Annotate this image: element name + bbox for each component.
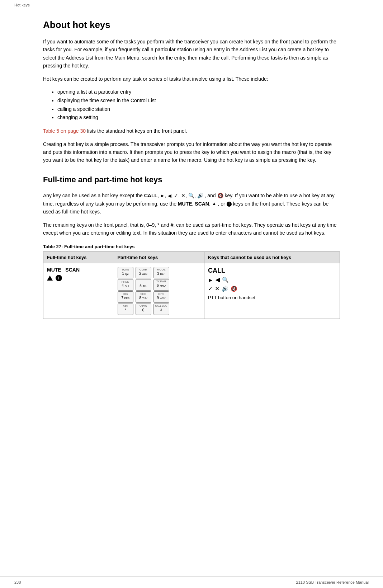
- table-row-1: MUTE SCAN i TUNE 1 QZ: [43, 263, 340, 319]
- bullet-2: displaying the time screen in the Contro…: [57, 97, 340, 105]
- bullet-1: opening a list at a particular entry: [57, 88, 340, 97]
- section2-para2: The remaining keys on the front panel, t…: [43, 221, 340, 237]
- key-calllog-hash: CALL LOG #: [153, 304, 169, 315]
- section2-title: Full-time and part-time hot keys: [43, 175, 340, 184]
- arrow-right-icon: ►: [208, 277, 213, 283]
- page-footer: 238 2110 SSB Transceiver Reference Manua…: [0, 576, 383, 588]
- speaker-with-waves-icon: 🔊: [222, 286, 228, 292]
- key-5: 5 JKL: [136, 279, 151, 291]
- call-bold: CALL: [144, 193, 157, 198]
- page-header: Hot keys: [0, 0, 383, 9]
- col-header-1: Full-time hot keys: [43, 252, 114, 263]
- col-header-2: Part-time hot keys: [114, 252, 204, 263]
- full-time-cell: MUTE SCAN i: [43, 263, 114, 319]
- section1-title: About hot keys: [43, 19, 340, 30]
- col-header-3: Keys that cannot be used as hot keys: [204, 252, 340, 263]
- page-content: About hot keys If you want to automate s…: [0, 9, 383, 333]
- table-caption: Table 27: Full-time and part-time hot ke…: [43, 244, 340, 249]
- cannot-use-icons-row2: ✓ ✕ 🔊 🔇: [208, 285, 336, 292]
- magnify-icon: 🔍: [222, 277, 229, 283]
- section1-bullets: opening a list at a particular entry dis…: [57, 88, 340, 122]
- cannot-use-cell: CALL ► ◀ 🔍 ✓ ✕ 🔊 🔇 PTT button on handset: [204, 263, 340, 319]
- section1-para-after-link: Creating a hot key is a simple process. …: [43, 140, 340, 164]
- key-sec-8: SEC 8 TUV: [136, 291, 151, 303]
- scan-label: SCAN: [65, 267, 80, 273]
- mute-scan-icons: i: [47, 275, 110, 281]
- call-label: CALL: [208, 267, 336, 274]
- section1-para2: Hot keys can be created to perform any t…: [43, 75, 340, 83]
- key-tune-1: TUNE 1 QZ: [118, 267, 133, 278]
- table-link[interactable]: Table 5 on page 30: [43, 128, 86, 134]
- keypad-grid: TUNE 1 QZ CLAR 2 ABC MODE 3 DEF FREE: [118, 267, 201, 315]
- part-time-cell: TUNE 1 QZ CLAR 2 ABC MODE 3 DEF FREE: [114, 263, 204, 319]
- section2-para1: Any key can be used as a hot key except …: [43, 192, 340, 216]
- arrow-left-icon: ◀: [216, 277, 220, 283]
- key-free-4: FREE 4 GHI: [118, 279, 133, 291]
- cannot-use-icons: ► ◀ 🔍: [208, 277, 336, 283]
- bullet-4: changing a setting: [57, 113, 340, 122]
- key-mode-3: MODE 3 DEF: [153, 267, 169, 278]
- key-txpwr-6: TX PWR 6 MNO: [153, 279, 169, 291]
- page-number: 238: [14, 580, 21, 584]
- bullet-3: calling a specific station: [57, 105, 340, 114]
- key-gps-9: GPS 9 WXY: [153, 291, 169, 303]
- triangle-icon: [47, 276, 53, 281]
- check-icon: ✓: [208, 285, 213, 292]
- cross-icon: ✕: [215, 285, 219, 292]
- key-clar-2: CLAR 2 ABC: [136, 267, 151, 278]
- hot-keys-table: Full-time hot keys Part-time hot keys Ke…: [43, 251, 340, 319]
- key-fav-star: FAV *: [118, 304, 133, 315]
- section1-link-para: Table 5 on page 30 lists the standard ho…: [43, 127, 340, 135]
- key-view-0: VIEW 0: [136, 304, 151, 315]
- ptt-label: PTT button on handset: [208, 295, 336, 300]
- info-circle-icon: i: [56, 275, 62, 281]
- mute-label: MUTE: [47, 267, 61, 273]
- key-dig-7: DIG 7 PRS: [118, 291, 133, 303]
- speaker-muted-icon: 🔇: [231, 286, 237, 292]
- section1-para1: If you want to automate some of the task…: [43, 38, 340, 70]
- manual-title: 2110 SSB Transceiver Reference Manual: [296, 580, 369, 584]
